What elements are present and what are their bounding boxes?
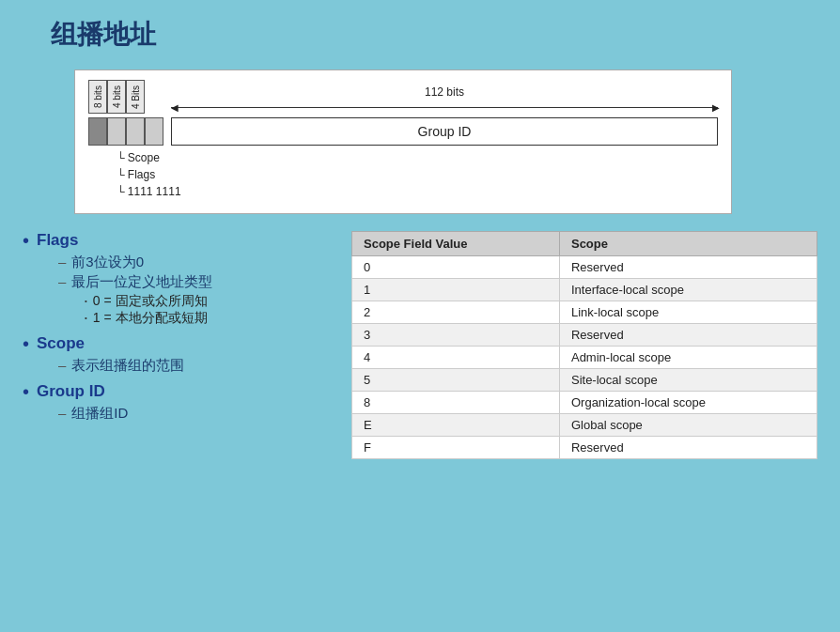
bit-labels: 8 bits 4 bits 4 Bits bbox=[88, 80, 163, 114]
page-title: 组播地址 bbox=[51, 17, 817, 53]
scope-label: └ Scope bbox=[117, 149, 181, 166]
sub-items-flags: – 前3位设为0 – 最后一位定义地址类型 • 0 = 固定或众所周知 • 1 … bbox=[58, 254, 342, 327]
table-cell-scope: Global scope bbox=[559, 414, 817, 437]
block-light-1 bbox=[107, 117, 126, 146]
table-cell-scope: Admin-local scope bbox=[559, 347, 817, 369]
table-cell-value: 4 bbox=[352, 347, 560, 369]
table-cell-value: 2 bbox=[352, 301, 560, 324]
block-light-2 bbox=[126, 117, 145, 146]
col-header-value: Scope Field Value bbox=[352, 232, 560, 256]
col-header-scope: Scope bbox=[559, 232, 817, 256]
bullet-groupid: • Group ID – 组播组ID bbox=[23, 382, 342, 423]
table-row: 3Reserved bbox=[352, 324, 817, 347]
bullet-dot-flags: • bbox=[23, 231, 29, 250]
table-row: 0Reserved bbox=[352, 256, 817, 279]
table-row: 5Site-local scope bbox=[352, 369, 817, 392]
table-cell-value: 0 bbox=[352, 256, 560, 279]
table-header-row: Scope Field Value Scope bbox=[352, 232, 817, 256]
table-row: 4Admin-local scope bbox=[352, 347, 817, 369]
arrow-label: 112 bits bbox=[425, 85, 464, 99]
bullet-title-scope: Scope bbox=[37, 334, 85, 353]
bit-label-4a: 4 bits bbox=[107, 80, 126, 114]
bit-label-8: 8 bits bbox=[88, 80, 107, 114]
sub-sub-item-0: • 0 = 固定或众所周知 bbox=[85, 293, 342, 310]
sub-item-scope-1: – 表示组播组的范围 bbox=[58, 357, 342, 375]
bullet-scope: • Scope – 表示组播组的范围 bbox=[23, 334, 342, 375]
table-cell-value: 1 bbox=[352, 279, 560, 301]
block-dark bbox=[88, 117, 107, 146]
bullet-title-flags: Flags bbox=[37, 231, 78, 250]
table-cell-value: 5 bbox=[352, 369, 560, 392]
bits-label: └ 1111 1111 bbox=[117, 183, 181, 200]
sub-sub-item-1: • 1 = 本地分配或短期 bbox=[85, 310, 342, 327]
scope-table: Scope Field Value Scope 0Reserved1Interf… bbox=[351, 231, 817, 459]
bullet-dot-scope: • bbox=[23, 334, 29, 353]
table-cell-scope: Site-local scope bbox=[559, 369, 817, 392]
table-cell-value: F bbox=[352, 437, 560, 459]
scope-table-container: Scope Field Value Scope 0Reserved1Interf… bbox=[351, 231, 817, 459]
bullet-flags: • Flags – 前3位设为0 – 最后一位定义地址类型 • 0 = 固定或众… bbox=[23, 231, 342, 327]
table-cell-value: E bbox=[352, 414, 560, 437]
table-row: EGlobal scope bbox=[352, 414, 817, 437]
bit-label-4b: 4 Bits bbox=[126, 80, 145, 114]
labels-row: └ Scope └ Flags └ 1111 1111 bbox=[88, 149, 718, 200]
colored-blocks bbox=[88, 117, 163, 146]
bullet-dot-groupid: • bbox=[23, 382, 29, 401]
sub-sub-items: • 0 = 固定或众所周知 • 1 = 本地分配或短期 bbox=[85, 293, 342, 327]
table-cell-scope: Reserved bbox=[559, 437, 817, 459]
group-id-bar: Group ID bbox=[171, 117, 718, 146]
arrow-section: 112 bits ◀ bbox=[171, 85, 718, 114]
sub-item-flags-1: – 前3位设为0 bbox=[58, 254, 342, 271]
block-row: Group ID bbox=[88, 117, 718, 146]
table-cell-value: 8 bbox=[352, 392, 560, 414]
left-content: • Flags – 前3位设为0 – 最后一位定义地址类型 • 0 = 固定或众… bbox=[23, 231, 342, 430]
table-cell-scope: Reserved bbox=[559, 324, 817, 347]
sub-item-groupid-1: – 组播组ID bbox=[58, 405, 342, 423]
arrow-line: ◀ bbox=[171, 100, 718, 114]
table-cell-scope: Reserved bbox=[559, 256, 817, 279]
sub-items-groupid: – 组播组ID bbox=[58, 405, 342, 423]
sub-items-scope: – 表示组播组的范围 bbox=[58, 357, 342, 375]
table-row: FReserved bbox=[352, 437, 817, 459]
flags-label: └ Flags bbox=[117, 166, 181, 183]
table-row: 2Link-local scope bbox=[352, 301, 817, 324]
table-cell-scope: Interface-local scope bbox=[559, 279, 817, 301]
table-cell-scope: Link-local scope bbox=[559, 301, 817, 324]
block-light-3 bbox=[145, 117, 163, 146]
sub-item-flags-2: – 最后一位定义地址类型 bbox=[58, 273, 342, 291]
table-cell-scope: Organization-local scope bbox=[559, 392, 817, 414]
main-content: • Flags – 前3位设为0 – 最后一位定义地址类型 • 0 = 固定或众… bbox=[23, 231, 817, 459]
diagram-box: 8 bits 4 bits 4 Bits 112 bits ◀ Group ID bbox=[74, 69, 732, 214]
table-row: 8Organization-local scope bbox=[352, 392, 817, 414]
table-cell-value: 3 bbox=[352, 324, 560, 347]
bullet-title-groupid: Group ID bbox=[37, 382, 105, 401]
labels-list: └ Scope └ Flags └ 1111 1111 bbox=[117, 149, 181, 200]
table-row: 1Interface-local scope bbox=[352, 279, 817, 301]
